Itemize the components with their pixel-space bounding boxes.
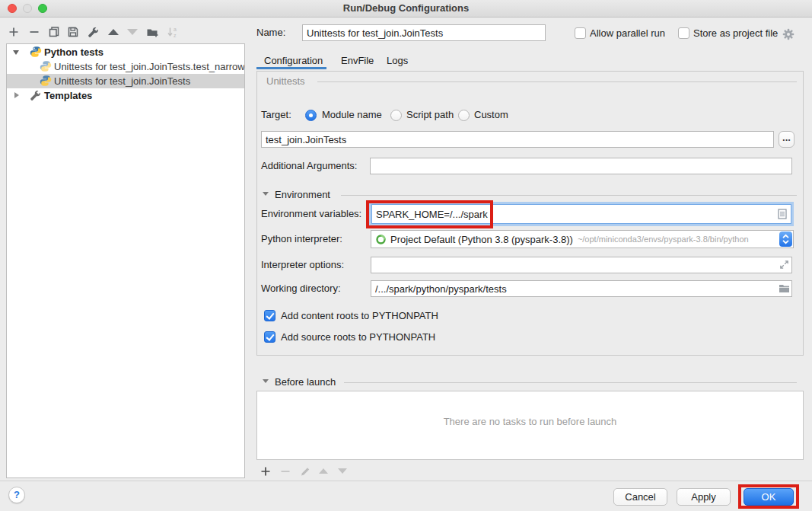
svg-text:a: a [174, 27, 177, 32]
environment-header-line [341, 195, 797, 196]
environment-collapse-icon[interactable] [263, 192, 269, 196]
gear-icon[interactable] [782, 28, 794, 40]
new-folder-icon [146, 26, 160, 38]
move-down-button[interactable] [127, 29, 139, 41]
chevron-up-down-icon [779, 232, 792, 247]
help-button[interactable]: ? [8, 487, 25, 503]
add-content-roots-label: Add content roots to PYTHONPATH [281, 308, 438, 324]
ok-button[interactable]: OK [744, 488, 794, 506]
before-launch-tasks-panel: There are no tasks to run before launch [256, 391, 804, 460]
tree-item-templates[interactable]: Templates [7, 88, 244, 103]
add-task-button[interactable] [260, 465, 272, 477]
browse-module-button[interactable]: ... [779, 131, 794, 148]
python-icon [40, 75, 52, 87]
target-module-name-label: Module name [322, 107, 382, 123]
close-window-button[interactable] [8, 4, 17, 13]
store-as-project-file-label: Store as project file [693, 25, 778, 42]
edit-defaults-wrench-icon [88, 26, 100, 38]
svg-text:z: z [174, 33, 177, 38]
env-vars-list-icon[interactable] [778, 209, 787, 219]
folder-icon[interactable] [779, 283, 790, 293]
unittests-legend: Unittests [264, 73, 307, 90]
expand-icon[interactable] [779, 260, 789, 270]
name-input[interactable] [302, 24, 546, 41]
wrench-icon [30, 89, 42, 101]
environment-variables-input[interactable] [371, 204, 791, 224]
remove-configuration-button[interactable] [28, 26, 40, 38]
zoom-window-button[interactable] [38, 4, 47, 13]
before-launch-collapse-icon[interactable] [263, 379, 269, 383]
tab-logs[interactable]: Logs [387, 53, 408, 69]
working-directory-label: Working directory: [261, 280, 341, 297]
pencil-icon [299, 465, 311, 477]
add-icon [260, 465, 272, 477]
add-source-roots-checkbox[interactable] [264, 331, 275, 343]
move-down-icon [127, 29, 138, 35]
tab-envfile[interactable]: EnvFile [341, 53, 374, 69]
tree-item-test-narrow[interactable]: Unittests for test_join.JoinTests.test_n… [7, 59, 244, 74]
cancel-button[interactable]: Cancel [613, 488, 667, 506]
edit-templates-button[interactable] [88, 26, 100, 38]
python-interpreter-select[interactable]: Project Default (Python 3.8 (pyspark-3.8… [371, 230, 794, 248]
window-title: Run/Debug Configurations [0, 0, 812, 17]
additional-arguments-input[interactable] [370, 158, 792, 174]
move-task-up-button[interactable] [319, 468, 331, 481]
target-radio-script-path[interactable] [390, 110, 402, 121]
minimize-window-button[interactable] [23, 4, 32, 13]
tab-configuration[interactable]: Configuration [264, 53, 323, 69]
legend-line [317, 81, 797, 82]
environment-variables-label: Environment variables: [261, 206, 361, 222]
working-directory-input[interactable] [371, 280, 792, 297]
run-debug-configurations-dialog: Run/Debug Configurations az Python tests [0, 0, 812, 511]
remove-icon [279, 465, 291, 477]
move-task-down-button[interactable] [338, 468, 350, 481]
chevron-right-icon[interactable] [14, 92, 19, 98]
tree-item-label: Unittests for test_join.JoinTests [54, 74, 190, 88]
move-up-icon [319, 468, 328, 474]
target-custom-label: Custom [474, 107, 508, 123]
tree-item-jointests-selected[interactable]: Unittests for test_join.JoinTests [7, 74, 244, 88]
interpreter-dropdown-stepper[interactable] [779, 232, 792, 247]
allow-parallel-run-label: Allow parallel run [590, 25, 665, 42]
active-tab-underline [256, 67, 326, 69]
tree-item-label: Templates [44, 88, 92, 103]
copy-configuration-button[interactable] [48, 26, 60, 38]
remove-task-button[interactable] [279, 465, 291, 477]
tree-item-label: Python tests [44, 45, 103, 59]
store-as-project-file-checkbox[interactable] [678, 27, 689, 39]
sort-alpha-icon: az [167, 26, 179, 38]
footer-separator [0, 481, 812, 481]
save-icon [67, 26, 79, 38]
title-bar: Run/Debug Configurations [0, 0, 812, 18]
move-down-icon [338, 468, 347, 474]
remove-icon [28, 26, 40, 38]
interpreter-value: Project Default (Python 3.8 (pyspark-3.8… [390, 234, 573, 245]
tree-item-label: Unittests for test_join.JoinTests.test_n… [54, 59, 245, 74]
create-folder-button[interactable] [146, 26, 158, 38]
allow-parallel-run-checkbox[interactable] [575, 27, 586, 39]
edit-task-button[interactable] [299, 465, 311, 477]
save-configuration-button[interactable] [67, 26, 79, 38]
module-name-input[interactable] [261, 131, 774, 148]
target-radio-module-name[interactable] [305, 110, 317, 121]
additional-arguments-label: Additional Arguments: [261, 158, 357, 174]
add-content-roots-checkbox[interactable] [264, 310, 275, 321]
interpreter-options-input[interactable] [371, 257, 792, 273]
copy-icon [48, 26, 60, 38]
add-configuration-button[interactable] [8, 26, 20, 38]
chevron-down-icon[interactable] [13, 50, 19, 55]
no-tasks-message: There are no tasks to run before launch [257, 416, 803, 427]
python-icon [30, 46, 42, 58]
move-up-button[interactable] [108, 29, 120, 41]
target-script-path-label: Script path [406, 107, 454, 123]
add-icon [8, 26, 20, 38]
interpreter-options-label: Interpreter options: [261, 257, 344, 273]
python-interpreter-label: Python interpreter: [261, 231, 342, 248]
python-icon [40, 60, 52, 72]
apply-button[interactable]: Apply [677, 488, 731, 506]
before-launch-header-line [344, 382, 797, 383]
target-radio-custom[interactable] [458, 110, 470, 121]
tree-item-python-tests[interactable]: Python tests [7, 45, 244, 59]
before-launch-header: Before launch [275, 374, 336, 391]
sort-configurations-button[interactable]: az [167, 26, 179, 38]
